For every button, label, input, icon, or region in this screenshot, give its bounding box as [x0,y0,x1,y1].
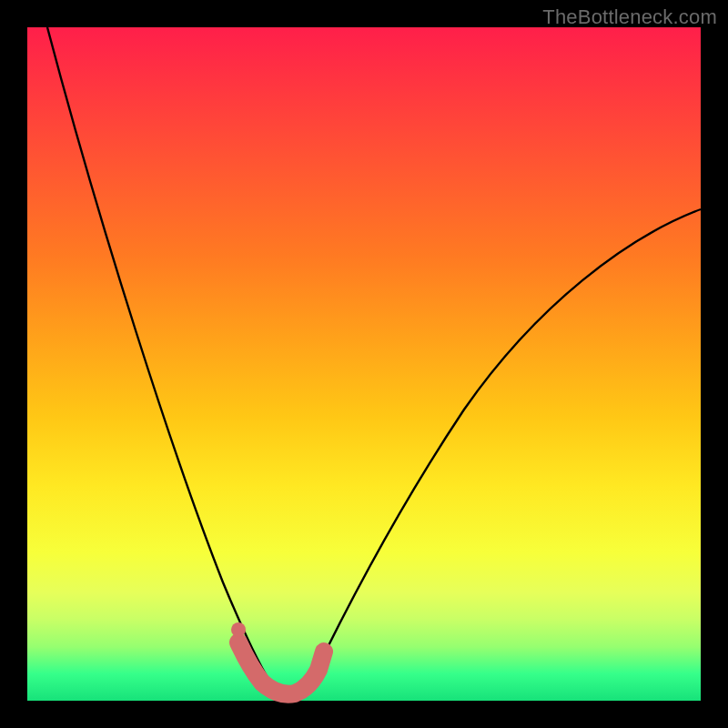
left-arm-curve [47,27,269,681]
valley-dot [231,622,246,637]
chart-frame: TheBottleneck.com [0,0,728,728]
right-arm-curve [311,209,701,681]
attribution-text: TheBottleneck.com [542,5,717,29]
curve-layer [27,27,701,701]
valley-floor [238,642,324,694]
plot-area [27,27,701,701]
